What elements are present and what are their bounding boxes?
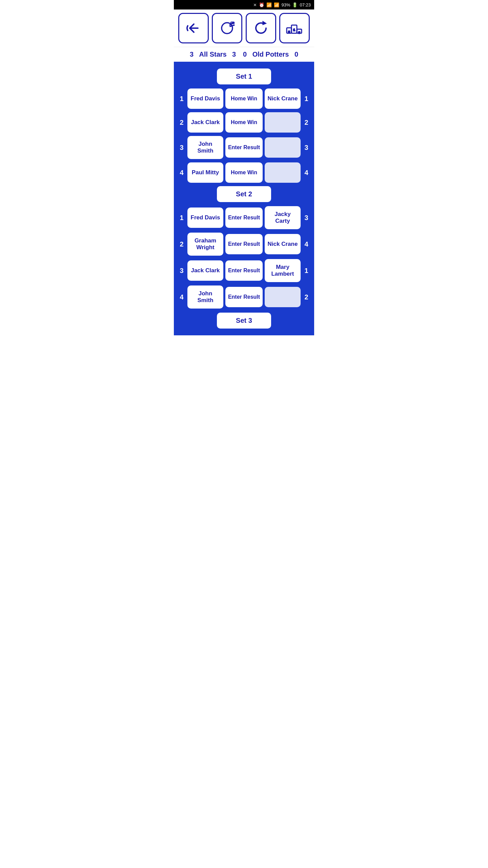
away-player-button[interactable] [265, 287, 301, 307]
result-button[interactable]: Home Win [225, 112, 263, 133]
row-number-right: 1 [303, 267, 310, 275]
away-score-right: 0 [293, 51, 300, 58]
away-score-left: 0 [242, 51, 248, 58]
leaderboard-button[interactable]: 1 2 3 [279, 13, 310, 43]
match-row: 3Jack ClarkEnter ResultMary Lambert1 [178, 259, 310, 282]
match-row: 4Paul MittyHome Win4 [178, 162, 310, 183]
set2-header: Set 2 [178, 186, 310, 202]
home-score-left: 3 [188, 51, 195, 58]
home-player-button[interactable]: John Smith [187, 285, 223, 309]
result-button[interactable]: Enter Result [225, 260, 263, 281]
refresh-button[interactable] [246, 13, 276, 43]
battery-text: 93% [281, 2, 290, 7]
back-button[interactable] [178, 13, 209, 43]
match-row: 2Graham WrightEnter ResultNick Crane4 [178, 233, 310, 256]
match-row: 4John SmithEnter Result2 [178, 285, 310, 309]
row-number-left: 3 [178, 144, 185, 152]
match-row: 3John SmithEnter Result3 [178, 136, 310, 159]
row-number-right: 2 [303, 119, 310, 126]
toolbar: 1 2 3 [174, 9, 314, 47]
row-number-right: 1 [303, 95, 310, 103]
row-number-right: 2 [303, 293, 310, 301]
away-player-button[interactable]: Jacky Carty [265, 206, 301, 229]
set1-rows: 1Fred DavisHome WinNick Crane12Jack Clar… [178, 88, 310, 183]
home-player-button[interactable]: John Smith [187, 136, 223, 159]
set1-button[interactable]: Set 1 [217, 68, 271, 84]
row-number-right: 3 [303, 214, 310, 222]
row-number-right: 4 [303, 169, 310, 177]
away-player-button[interactable]: Nick Crane [265, 88, 301, 109]
battery-icon: 🔋 [292, 2, 298, 7]
away-team-name: Old Potters [252, 51, 289, 58]
result-button[interactable]: Enter Result [225, 208, 263, 228]
time-display: 07:23 [300, 2, 311, 7]
row-number-left: 2 [178, 240, 185, 248]
row-number-right: 4 [303, 240, 310, 248]
signal-icon: 📶 [274, 2, 279, 7]
away-player-button[interactable] [265, 112, 301, 133]
home-team-name: All Stars [199, 51, 227, 58]
row-number-left: 4 [178, 169, 185, 177]
row-number-left: 1 [178, 214, 185, 222]
svg-text:1: 1 [293, 28, 295, 32]
svg-text:2: 2 [288, 30, 290, 34]
back-icon [184, 19, 203, 37]
row-number-left: 4 [178, 293, 185, 301]
svg-text:3: 3 [299, 31, 300, 34]
set2-button[interactable]: Set 2 [217, 186, 271, 202]
match-row: 1Fred DavisEnter ResultJacky Carty3 [178, 206, 310, 229]
set3-header: Set 3 [178, 313, 310, 329]
match-row: 1Fred DavisHome WinNick Crane1 [178, 88, 310, 109]
row-number-left: 2 [178, 119, 185, 126]
leaderboard-icon: 1 2 3 [285, 19, 304, 37]
alarm-icon: ⏰ [259, 2, 264, 7]
score-row: 3 All Stars 3 0 Old Potters 0 [174, 47, 314, 62]
main-area: Set 1 1Fred DavisHome WinNick Crane12Jac… [174, 62, 314, 335]
away-player-button[interactable]: Mary Lambert [265, 259, 301, 282]
row-number-left: 3 [178, 267, 185, 275]
home-player-button[interactable]: Fred Davis [187, 88, 223, 109]
row-number-right: 3 [303, 144, 310, 152]
result-button[interactable]: Enter Result [225, 287, 263, 307]
result-button[interactable]: Home Win [225, 88, 263, 109]
away-player-button[interactable]: Nick Crane [265, 234, 301, 254]
row-number-left: 1 [178, 95, 185, 103]
away-player-button[interactable] [265, 137, 301, 158]
bluetooth-icon: ⨯ [253, 2, 257, 7]
set3-button[interactable]: Set 3 [217, 313, 271, 329]
status-bar: ⨯ ⏰ 📶 📶 93% 🔋 07:23 [174, 0, 314, 9]
home-player-button[interactable]: Jack Clark [187, 260, 223, 281]
away-player-button[interactable] [265, 162, 301, 183]
wifi-icon: 📶 [266, 2, 272, 7]
result-button[interactable]: Enter Result [225, 234, 263, 254]
result-button[interactable]: Enter Result [225, 137, 263, 158]
home-player-button[interactable]: Fred Davis [187, 208, 223, 228]
home-player-button[interactable]: Graham Wright [187, 233, 223, 256]
home-score-right: 3 [231, 51, 238, 58]
home-player-button[interactable]: Paul Mitty [187, 162, 223, 183]
result-button[interactable]: Home Win [225, 162, 263, 183]
set1-header: Set 1 [178, 68, 310, 84]
whistle-icon [218, 19, 236, 37]
home-player-button[interactable]: Jack Clark [187, 112, 223, 133]
whistle-button[interactable] [212, 13, 242, 43]
set2-rows: 1Fred DavisEnter ResultJacky Carty32Grah… [178, 206, 310, 309]
refresh-icon [252, 19, 270, 37]
match-row: 2Jack ClarkHome Win2 [178, 112, 310, 133]
